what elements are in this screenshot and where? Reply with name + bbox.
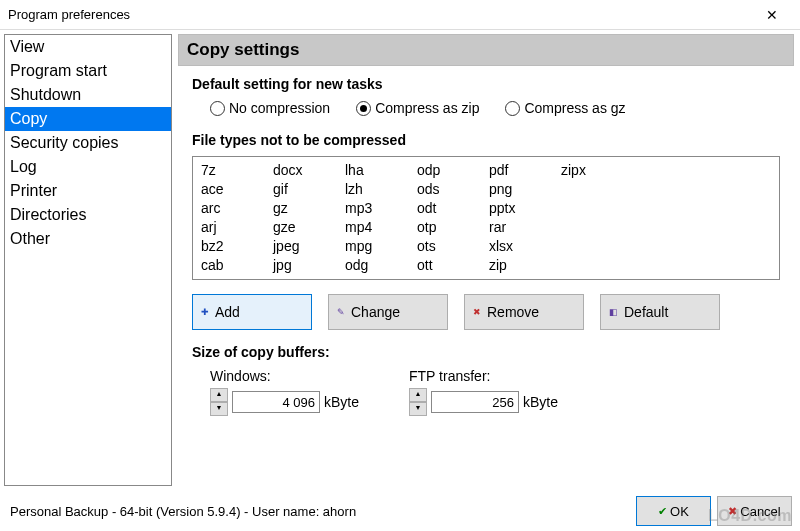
ext-item[interactable]: odg [345, 256, 417, 275]
titlebar: Program preferences ✕ [0, 0, 800, 30]
ext-item[interactable]: pdf [489, 161, 561, 180]
ext-item[interactable]: lha [345, 161, 417, 180]
default-setting-label: Default setting for new tasks [192, 76, 780, 92]
sidebar-item-log[interactable]: Log [5, 155, 171, 179]
sidebar-item-directories[interactable]: Directories [5, 203, 171, 227]
extensions-list[interactable]: 7zdocxlhaodppdfzipxacegiflzhodspngarcgzm… [192, 156, 780, 280]
buffer-windows: Windows: ▲ ▼ kByte [210, 368, 359, 416]
buffers-row: Windows: ▲ ▼ kByte FTP transfer: [192, 368, 780, 416]
buffer-ftp-label: FTP transfer: [409, 368, 558, 384]
ext-item[interactable]: ace [201, 180, 273, 199]
ext-item[interactable]: jpeg [273, 237, 345, 256]
cancel-button[interactable]: ✖ Cancel [717, 496, 792, 526]
ext-item[interactable]: otp [417, 218, 489, 237]
ext-item[interactable]: mp4 [345, 218, 417, 237]
buffer-ftp: FTP transfer: ▲ ▼ kByte [409, 368, 558, 416]
button-label: Add [215, 304, 240, 320]
ext-item[interactable] [561, 218, 633, 237]
radio-no-compression[interactable]: No compression [210, 100, 330, 116]
button-label: Remove [487, 304, 539, 320]
section-header: Copy settings [178, 34, 794, 66]
ext-item[interactable]: mp3 [345, 199, 417, 218]
ext-item[interactable]: 7z [201, 161, 273, 180]
button-label: Cancel [740, 504, 780, 519]
default-button[interactable]: ◧ Default [600, 294, 720, 330]
ext-item[interactable]: png [489, 180, 561, 199]
spinner-buttons: ▲ ▼ [409, 388, 427, 416]
spinner-buttons: ▲ ▼ [210, 388, 228, 416]
ext-item[interactable]: gif [273, 180, 345, 199]
radio-label: Compress as zip [375, 100, 479, 116]
ext-item[interactable]: gze [273, 218, 345, 237]
close-icon: ✕ [766, 7, 778, 23]
window-title: Program preferences [8, 7, 752, 22]
ext-item[interactable]: zip [489, 256, 561, 275]
footer: Personal Backup - 64-bit (Version 5.9.4)… [0, 491, 800, 531]
ext-item[interactable]: odt [417, 199, 489, 218]
ext-item[interactable]: lzh [345, 180, 417, 199]
add-icon: ✚ [201, 307, 209, 317]
sidebar: View Program start Shutdown Copy Securit… [4, 34, 172, 486]
button-label: OK [670, 504, 689, 519]
ext-item[interactable]: xlsx [489, 237, 561, 256]
close-button[interactable]: ✕ [752, 1, 792, 29]
sidebar-item-program-start[interactable]: Program start [5, 59, 171, 83]
ext-item[interactable]: pptx [489, 199, 561, 218]
default-icon: ◧ [609, 307, 618, 317]
windows-buffer-input[interactable] [232, 391, 320, 413]
sidebar-item-view[interactable]: View [5, 35, 171, 59]
ext-item[interactable]: jpg [273, 256, 345, 275]
sidebar-item-other[interactable]: Other [5, 227, 171, 251]
sidebar-item-printer[interactable]: Printer [5, 179, 171, 203]
radio-compress-gz[interactable]: Compress as gz [505, 100, 625, 116]
sidebar-item-shutdown[interactable]: Shutdown [5, 83, 171, 107]
radio-icon [505, 101, 520, 116]
buffers-label: Size of copy buffers: [192, 344, 780, 360]
radio-icon [356, 101, 371, 116]
main-panel: Copy settings Default setting for new ta… [174, 30, 800, 490]
button-label: Change [351, 304, 400, 320]
ext-item[interactable]: gz [273, 199, 345, 218]
ext-item[interactable]: arj [201, 218, 273, 237]
ext-item[interactable] [561, 256, 633, 275]
change-button[interactable]: ✎ Change [328, 294, 448, 330]
ext-item[interactable] [561, 180, 633, 199]
ext-item[interactable]: cab [201, 256, 273, 275]
spin-down-button[interactable]: ▼ [210, 402, 228, 416]
ext-item[interactable]: odp [417, 161, 489, 180]
unit-label: kByte [324, 394, 359, 410]
ext-item[interactable]: ods [417, 180, 489, 199]
content-area: View Program start Shutdown Copy Securit… [0, 30, 800, 490]
settings-body: Default setting for new tasks No compres… [178, 66, 794, 420]
ftp-buffer-input[interactable] [431, 391, 519, 413]
spin-up-button[interactable]: ▲ [210, 388, 228, 402]
ext-label: File types not to be compressed [192, 132, 780, 148]
remove-icon: ✖ [473, 307, 481, 317]
ext-buttons-row: ✚ Add ✎ Change ✖ Remove ◧ Default [192, 294, 780, 330]
buffer-windows-label: Windows: [210, 368, 359, 384]
ext-item[interactable] [561, 237, 633, 256]
ok-button[interactable]: ✔ OK [636, 496, 711, 526]
add-button[interactable]: ✚ Add [192, 294, 312, 330]
sidebar-item-security-copies[interactable]: Security copies [5, 131, 171, 155]
sidebar-item-copy[interactable]: Copy [5, 107, 171, 131]
extensions-grid: 7zdocxlhaodppdfzipxacegiflzhodspngarcgzm… [201, 161, 771, 275]
ext-item[interactable]: docx [273, 161, 345, 180]
ext-item[interactable]: mpg [345, 237, 417, 256]
remove-button[interactable]: ✖ Remove [464, 294, 584, 330]
radio-label: Compress as gz [524, 100, 625, 116]
button-label: Default [624, 304, 668, 320]
ext-item[interactable]: ott [417, 256, 489, 275]
unit-label: kByte [523, 394, 558, 410]
spin-down-button[interactable]: ▼ [409, 402, 427, 416]
ext-item[interactable] [561, 199, 633, 218]
compression-radio-group: No compression Compress as zip Compress … [192, 100, 780, 116]
ext-item[interactable]: zipx [561, 161, 633, 180]
spin-up-button[interactable]: ▲ [409, 388, 427, 402]
ext-item[interactable]: bz2 [201, 237, 273, 256]
ext-item[interactable]: arc [201, 199, 273, 218]
ext-item[interactable]: ots [417, 237, 489, 256]
change-icon: ✎ [337, 307, 345, 317]
ext-item[interactable]: rar [489, 218, 561, 237]
radio-compress-zip[interactable]: Compress as zip [356, 100, 479, 116]
